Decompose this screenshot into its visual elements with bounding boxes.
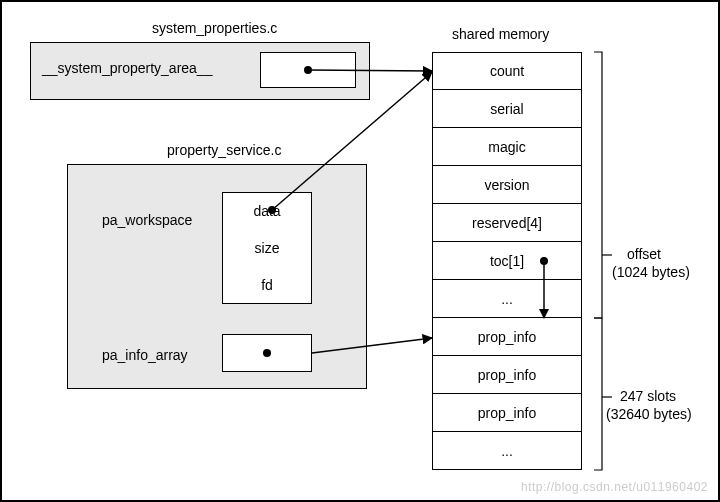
pa-info-array-label: pa_info_array xyxy=(102,347,188,363)
field-data: data xyxy=(222,192,312,230)
shared-title: shared memory xyxy=(452,26,549,42)
pa-workspace-label: pa_workspace xyxy=(102,212,192,228)
annot-offset-bytes: (1024 bytes) xyxy=(612,264,690,280)
mod2-title: property_service.c xyxy=(167,142,281,158)
field-fd: fd xyxy=(222,266,312,304)
field-size: size xyxy=(222,229,312,267)
annot-slots: 247 slots xyxy=(620,388,676,404)
mod1-var-label: __system_property_area__ xyxy=(42,60,212,76)
annot-offset: offset xyxy=(627,246,661,262)
mod1-title: system_properties.c xyxy=(152,20,277,36)
toc-dot xyxy=(540,257,548,265)
cell-magic: magic xyxy=(432,128,582,166)
cell-prop1: prop_info xyxy=(432,318,582,356)
cell-prop3: prop_info xyxy=(432,394,582,432)
diagram-canvas: system_properties.c __system_property_ar… xyxy=(0,0,720,502)
annot-slots-bytes: (32640 bytes) xyxy=(606,406,692,422)
pa-info-array-dot xyxy=(263,349,271,357)
cell-version: version xyxy=(432,166,582,204)
cell-serial: serial xyxy=(432,90,582,128)
cell-count: count xyxy=(432,52,582,90)
mod1-ptr-dot xyxy=(304,66,312,74)
memory-column: count serial magic version reserved[4] t… xyxy=(432,52,582,470)
cell-reserved: reserved[4] xyxy=(432,204,582,242)
cell-dots1: ... xyxy=(432,280,582,318)
cell-toc: toc[1] xyxy=(432,242,582,280)
cell-prop2: prop_info xyxy=(432,356,582,394)
watermark: http://blog.csdn.net/u011960402 xyxy=(521,480,708,494)
cell-dots2: ... xyxy=(432,432,582,470)
